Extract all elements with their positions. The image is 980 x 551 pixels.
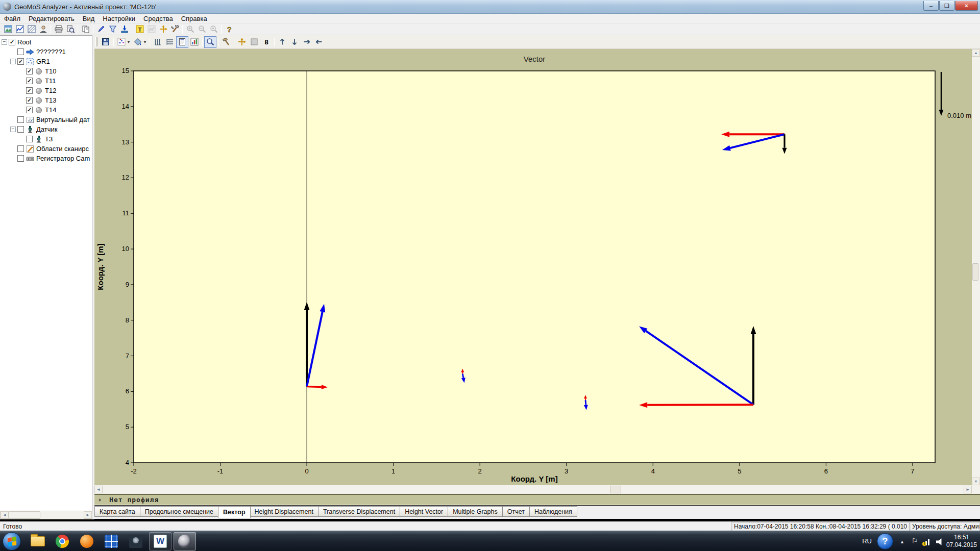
taskbar-app-word[interactable]: W — [149, 532, 172, 550]
tab-5[interactable]: Height Vector — [400, 506, 448, 517]
tree-item-t12[interactable]: ✓T12 — [0, 86, 92, 95]
taskbar-app-geomos-analyzer[interactable] — [174, 532, 196, 550]
chart-settings-button[interactable] — [188, 36, 201, 48]
tree-item-t14[interactable]: ✓T14 — [0, 105, 92, 115]
tab-3[interactable]: Height Displacement — [250, 506, 318, 517]
report-button[interactable] — [176, 36, 188, 48]
font-size-8-button[interactable]: 8 — [260, 36, 273, 48]
chart-hscroll-thumb[interactable] — [610, 486, 621, 493]
scroll-right-icon[interactable]: ► — [84, 511, 92, 519]
tree-checkbox[interactable] — [17, 116, 24, 123]
fill-style-button[interactable] — [132, 36, 144, 48]
scroll-down-icon[interactable]: ▼ — [972, 478, 980, 485]
tree-scroll-thumb[interactable] — [9, 511, 40, 519]
help-center-icon[interactable]: ? — [877, 533, 893, 549]
toolbar-grip[interactable] — [95, 37, 97, 46]
horizontal-grid-button[interactable] — [164, 36, 176, 48]
save-button[interactable] — [100, 36, 112, 48]
zoom-window-button[interactable] — [204, 36, 216, 48]
tree-checkbox[interactable] — [17, 126, 24, 133]
tree-item-[interactable]: −Датчик — [0, 124, 92, 134]
tree-item-[interactable]: Области сканирс — [0, 144, 92, 154]
taskbar-app-grid-app[interactable] — [100, 532, 122, 550]
scroll-left-icon[interactable]: ◄ — [1, 511, 9, 519]
tree-item-1[interactable]: ???????1 — [0, 47, 92, 57]
scan-view-button[interactable] — [26, 24, 37, 35]
network-icon[interactable]: ! — [923, 538, 931, 545]
tree-checkbox[interactable]: ✓ — [26, 87, 33, 94]
tab-1[interactable]: Продольное смещение — [140, 506, 218, 517]
axes-setup-button[interactable] — [157, 24, 169, 35]
pan-right-button[interactable] — [301, 36, 313, 48]
point-style-dropdown-icon[interactable]: ▼ — [127, 40, 131, 44]
edit-pen-button[interactable] — [95, 24, 107, 35]
filter-button[interactable] — [107, 24, 118, 35]
tree-checkbox[interactable] — [17, 48, 24, 55]
show-hidden-icons[interactable]: ▲ — [900, 539, 904, 544]
taskbar-app-chrome[interactable] — [51, 532, 74, 550]
maximize-button[interactable]: ❏ — [939, 1, 954, 11]
chart-vscroll-thumb[interactable] — [972, 263, 978, 281]
copy-button[interactable] — [80, 24, 91, 35]
menu-settings[interactable]: Настройки — [99, 14, 139, 23]
scroll-left-icon[interactable]: ◄ — [94, 486, 103, 493]
site-map-view-button[interactable] — [2, 24, 14, 35]
close-button[interactable]: × — [955, 1, 978, 11]
tab-0[interactable]: Карта сайта — [94, 506, 140, 517]
scroll-up-icon[interactable]: ▲ — [972, 49, 980, 57]
tree-checkbox[interactable]: ✓ — [9, 39, 15, 45]
tab-4[interactable]: Transverse Displacement — [318, 506, 400, 517]
tree-checkbox[interactable]: ✓ — [17, 58, 24, 65]
volume-icon[interactable] — [936, 538, 943, 545]
tree-item-[interactable]: √xВиртуальный дат — [0, 115, 92, 124]
tab-8[interactable]: Наблюдения — [530, 506, 577, 517]
menu-tools[interactable]: Средства — [139, 14, 177, 23]
chart-vertical-scrollbar[interactable]: ▲ ▼ — [972, 49, 980, 485]
tab-7[interactable]: Отчет — [503, 506, 530, 517]
graph-view-button[interactable] — [14, 24, 26, 35]
tree-checkbox[interactable]: ✓ — [26, 78, 33, 84]
tab-2[interactable]: Вектор — [218, 506, 250, 518]
axes-compass-button[interactable] — [236, 36, 248, 48]
fill-style-dropdown-icon[interactable]: ▼ — [143, 40, 147, 44]
tree-item-root[interactable]: −✓Root — [0, 37, 92, 47]
taskbar-app-image-viewer[interactable] — [125, 532, 147, 550]
action-center-flag-icon[interactable]: ⚐ — [911, 537, 918, 545]
pan-up-button[interactable] — [276, 36, 288, 48]
start-button[interactable] — [3, 532, 21, 550]
menu-edit[interactable]: Редактировать — [24, 14, 79, 23]
minimize-button[interactable]: – — [923, 1, 939, 11]
tree-checkbox[interactable] — [17, 155, 24, 162]
print-preview-button[interactable] — [64, 24, 76, 35]
print-button[interactable] — [53, 24, 64, 35]
user-manager-button[interactable] — [37, 24, 49, 35]
menu-help[interactable]: Справка — [177, 14, 211, 23]
point-style-button[interactable] — [115, 36, 128, 48]
language-indicator[interactable]: RU — [862, 537, 872, 545]
tree-checkbox[interactable]: ✓ — [26, 68, 33, 74]
tab-6[interactable]: Multiple Graphs — [448, 506, 503, 517]
tree-item-t11[interactable]: ✓T11 — [0, 76, 92, 86]
pan-down-button[interactable] — [288, 36, 301, 48]
tree-checkbox[interactable]: ✓ — [26, 97, 33, 104]
tree-collapse-icon[interactable]: − — [10, 127, 16, 132]
import-data-button[interactable] — [118, 24, 130, 35]
hammer-tools-button[interactable] — [220, 36, 232, 48]
background-color-button[interactable] — [248, 36, 260, 48]
vertical-grid-button[interactable] — [152, 36, 164, 48]
pan-left-button[interactable] — [313, 36, 325, 48]
tree-item-t13[interactable]: ✓T13 — [0, 95, 92, 105]
tree-item-cam[interactable]: Регистратор Cam — [0, 154, 92, 163]
tools-button[interactable] — [169, 24, 181, 35]
tree-collapse-icon[interactable]: − — [10, 59, 16, 64]
text-labels-button[interactable]: T — [134, 24, 145, 35]
menu-view[interactable]: Вид — [79, 14, 99, 23]
chart-horizontal-scrollbar[interactable]: ◄ ► — [94, 485, 972, 494]
tree-checkbox[interactable] — [17, 145, 24, 152]
tree-checkbox[interactable] — [26, 136, 33, 142]
scroll-right-icon[interactable]: ► — [964, 486, 972, 493]
menu-file[interactable]: Файл — [0, 14, 24, 23]
tree-horizontal-scrollbar[interactable]: ◄ ► — [0, 511, 92, 519]
tree-item-gr1[interactable]: −✓GR1 — [0, 57, 92, 66]
tree-item-t10[interactable]: ✓T10 — [0, 66, 92, 76]
